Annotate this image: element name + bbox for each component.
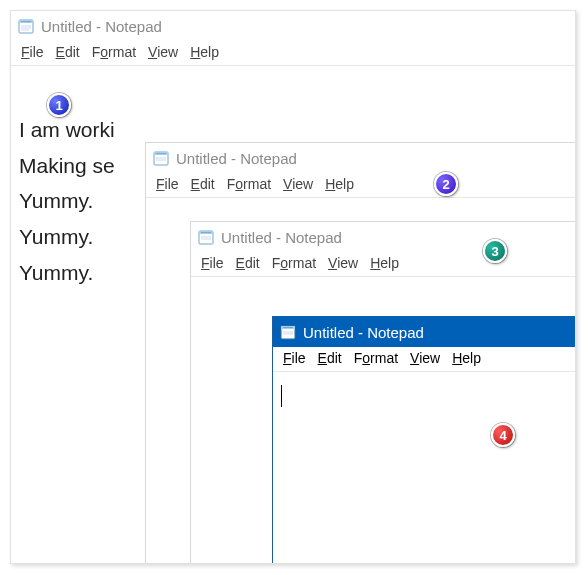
svg-point-5 bbox=[27, 21, 28, 22]
svg-point-30 bbox=[283, 327, 284, 328]
notepad-window-4[interactable]: Untitled - Notepad File Edit Format View… bbox=[272, 316, 576, 564]
menu-format[interactable]: Format bbox=[354, 350, 398, 366]
menu-edit[interactable]: Edit bbox=[191, 176, 215, 192]
menu-file[interactable]: File bbox=[201, 255, 224, 271]
menu-view[interactable]: View bbox=[148, 44, 178, 60]
svg-point-34 bbox=[291, 327, 292, 328]
notepad-icon bbox=[152, 149, 170, 167]
svg-point-23 bbox=[205, 232, 206, 233]
titlebar[interactable]: Untitled - Notepad bbox=[146, 143, 576, 173]
menu-view[interactable]: View bbox=[328, 255, 358, 271]
annotation-badge-2: 2 bbox=[434, 172, 458, 196]
window-title: Untitled - Notepad bbox=[221, 229, 342, 246]
menu-format[interactable]: Format bbox=[92, 44, 136, 60]
screenshot-stage: Untitled - Notepad File Edit Format View… bbox=[10, 10, 576, 564]
svg-point-14 bbox=[160, 153, 161, 154]
menu-help[interactable]: Help bbox=[370, 255, 399, 271]
annotation-badge-3: 3 bbox=[483, 239, 507, 263]
menu-edit[interactable]: Edit bbox=[56, 44, 80, 60]
titlebar[interactable]: Untitled - Notepad bbox=[191, 222, 576, 252]
text-caret bbox=[281, 385, 282, 407]
svg-point-33 bbox=[289, 327, 290, 328]
text-area[interactable] bbox=[273, 372, 576, 564]
notepad-icon bbox=[197, 228, 215, 246]
window-title: Untitled - Notepad bbox=[303, 324, 424, 341]
svg-point-16 bbox=[164, 153, 165, 154]
menu-file[interactable]: File bbox=[21, 44, 44, 60]
menu-help[interactable]: Help bbox=[452, 350, 481, 366]
annotation-badge-1: 1 bbox=[47, 93, 71, 117]
svg-point-2 bbox=[21, 21, 22, 22]
annotation-badge-4: 4 bbox=[491, 423, 515, 447]
menubar: File Edit Format View Help bbox=[273, 347, 576, 372]
menubar: File Edit Format View Help bbox=[11, 41, 576, 66]
menu-help[interactable]: Help bbox=[190, 44, 219, 60]
svg-point-3 bbox=[23, 21, 24, 22]
menubar: File Edit Format View Help bbox=[146, 173, 576, 198]
svg-point-24 bbox=[207, 232, 208, 233]
svg-point-12 bbox=[156, 153, 157, 154]
menu-format[interactable]: Format bbox=[227, 176, 271, 192]
window-title: Untitled - Notepad bbox=[176, 150, 297, 167]
menu-file[interactable]: File bbox=[156, 176, 179, 192]
svg-point-6 bbox=[29, 21, 30, 22]
menu-view[interactable]: View bbox=[410, 350, 440, 366]
notepad-icon bbox=[279, 323, 297, 341]
titlebar[interactable]: Untitled - Notepad bbox=[11, 11, 576, 41]
svg-point-22 bbox=[203, 232, 204, 233]
svg-point-31 bbox=[285, 327, 286, 328]
menubar: File Edit Format View Help bbox=[191, 252, 576, 277]
menu-format[interactable]: Format bbox=[272, 255, 316, 271]
svg-point-15 bbox=[162, 153, 163, 154]
svg-point-32 bbox=[287, 327, 288, 328]
titlebar[interactable]: Untitled - Notepad bbox=[273, 317, 576, 347]
menu-help[interactable]: Help bbox=[325, 176, 354, 192]
menu-file[interactable]: File bbox=[283, 350, 306, 366]
window-title: Untitled - Notepad bbox=[41, 18, 162, 35]
menu-edit[interactable]: Edit bbox=[236, 255, 260, 271]
svg-point-4 bbox=[25, 21, 26, 22]
notepad-icon bbox=[17, 17, 35, 35]
svg-point-25 bbox=[209, 232, 210, 233]
svg-point-13 bbox=[158, 153, 159, 154]
menu-view[interactable]: View bbox=[283, 176, 313, 192]
svg-point-21 bbox=[201, 232, 202, 233]
menu-edit[interactable]: Edit bbox=[318, 350, 342, 366]
